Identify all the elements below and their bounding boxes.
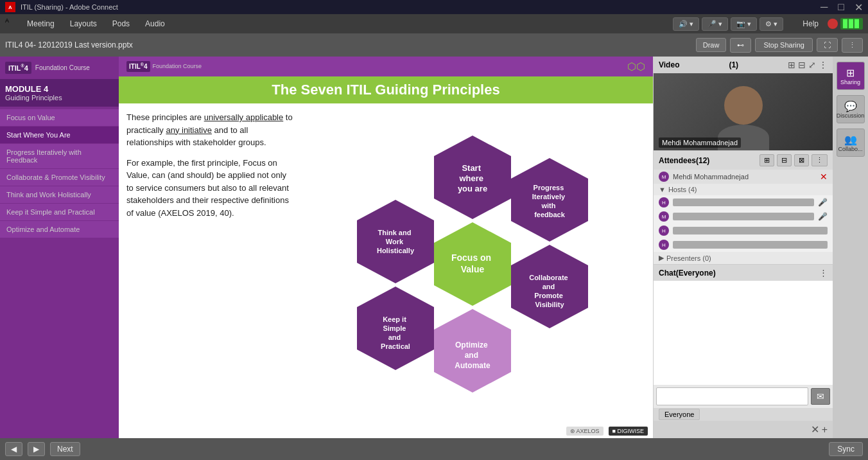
hex-diagram-container: Start where you are Progress Iteratively [331, 123, 614, 405]
attendees-section: Attendees (12) ⊞ ⊟ ⊠ ⋮ M Mehdi Mohammadn… [654, 151, 833, 265]
pointer-button[interactable]: ⊷ [730, 38, 751, 53]
close-btn[interactable]: ✕ [855, 1, 863, 13]
help-menu[interactable]: Help [796, 17, 825, 31]
chat-input[interactable] [656, 387, 808, 405]
nav-focus-on-value[interactable]: Focus on Value [0, 109, 119, 127]
nav-think-work[interactable]: Think and Work Holistically [0, 186, 119, 204]
right-panel-wrapper: Video (1) ⊞ ⊟ ⤢ ⋮ Mehdi Mohammadnejad [653, 57, 868, 438]
hosts-subheader[interactable]: ▼ Hosts (4) [654, 184, 833, 195]
maximize-btn[interactable]: □ [838, 1, 844, 13]
draw-button[interactable]: Draw [696, 38, 727, 52]
nav-collaborate[interactable]: Collaborate & Promote Visibility [0, 169, 119, 186]
sidebar-navigation: Focus on Value Start Where You Are Progr… [0, 107, 119, 241]
prev-button[interactable]: ◀ [5, 442, 22, 456]
slide-foundation-label: Foundation Course [153, 63, 202, 69]
slide-text-column: These principles are universally applica… [126, 111, 293, 416]
right-panel: Video (1) ⊞ ⊟ ⤢ ⋮ Mehdi Mohammadnejad [653, 57, 833, 438]
chat-send-button[interactable]: ✉ [811, 388, 830, 405]
video-grid-btn[interactable]: ⊞ [788, 60, 795, 70]
chat-header: Chat (Everyone) ⋮ [654, 265, 833, 281]
adobe-menu-logo: A [5, 17, 18, 30]
menu-bar: A Meeting Layouts Pods Audio 🔊 ▾ 🎤 ▾ 📷 ▾… [0, 14, 868, 33]
collaborate-label: Collabo... [838, 146, 862, 152]
stop-sharing-button[interactable]: Stop Sharing [755, 38, 813, 52]
mic-btn[interactable]: 🎤 ▾ [702, 17, 728, 31]
chat-recipient-selector[interactable]: Everyone [659, 409, 700, 420]
module-header: MODULE 4 Guiding Principles [0, 79, 119, 107]
video-person-face [724, 86, 763, 125]
side-icons-panel: ⊞ Sharing 💬 Discussion 👥 Collabo... [833, 57, 868, 438]
video-header: Video (1) ⊞ ⊟ ⤢ ⋮ [654, 57, 833, 73]
slide-diagram: Start where you are Progress Iteratively [300, 111, 645, 416]
collaborate-panel-btn[interactable]: 👥 Collabo... [837, 128, 865, 157]
record-indicator [828, 19, 838, 29]
attendees-controls: ⊞ ⊟ ⊠ ⋮ [759, 154, 828, 166]
slide-corner-icon: ⬡⬡ [627, 60, 645, 73]
slide-content: ITIL®4 Foundation Course ⬡⬡ The Seven IT… [119, 57, 653, 438]
slide-area: ITIL®4 Foundation Course ⬡⬡ The Seven IT… [119, 57, 653, 438]
remove-user-btn[interactable]: ✕ [820, 172, 828, 182]
attendees-label: Attendees [659, 156, 696, 165]
video-thumbnail: Mehdi Mohammadnejad [654, 73, 833, 150]
discussion-panel-btn[interactable]: 💬 Discussion [837, 95, 865, 123]
host-item-4: H ██████ ████████ [654, 238, 833, 252]
fullscreen-button[interactable]: ⛶ [817, 38, 838, 52]
video-expand-btn[interactable]: ⤢ [808, 60, 816, 70]
module-number: MODULE 4 [5, 84, 114, 94]
panel-action-close[interactable]: ✕ [811, 423, 819, 436]
host-4-name: ██████ ████████ [673, 241, 828, 249]
slide-itil-logo: ITIL®4 [126, 61, 150, 71]
nav-optimize[interactable]: Optimize and Automate [0, 221, 119, 238]
expand-icon: ▼ [659, 186, 666, 193]
app-title: ITIL (Sharing) - Adobe Connect [21, 3, 118, 11]
sharing-panel-btn[interactable]: ⊞ Sharing [837, 62, 865, 90]
bottom-bar: ◀ ▶ Next Sync [0, 438, 868, 460]
menu-pods[interactable]: Pods [106, 17, 136, 31]
video-list-btn[interactable]: ⊟ [798, 60, 806, 70]
nav-keep-simple[interactable]: Keep it Simple and Practical [0, 204, 119, 221]
panel-bottom-actions: ✕ + [654, 421, 833, 438]
toolbar: ITIL4 04- 12012019 Last version.pptx Dra… [0, 33, 868, 57]
video-options-btn[interactable]: ⋮ [819, 60, 828, 70]
attendees-grid-btn[interactable]: ⊟ [777, 154, 792, 166]
presenters-subheader[interactable]: ▶ Presenters (0) [654, 252, 833, 264]
minimize-btn[interactable]: ─ [820, 1, 828, 13]
more-btn[interactable]: ⚙ ▾ [759, 17, 783, 31]
mic-icon-2: 🎤 [818, 212, 828, 221]
host-2-avatar: M [659, 211, 669, 222]
slide-body: These principles are universally applica… [119, 103, 653, 424]
chat-audience: (Everyone) [676, 269, 716, 278]
sidebar-header: ITIL®4 Foundation Course [0, 57, 119, 79]
options-button[interactable]: ⋮ [842, 38, 863, 53]
current-user-item: M Mehdi Mohammadnejad ✕ [654, 170, 833, 184]
attendees-list-btn[interactable]: ⊞ [759, 154, 774, 166]
presenters-expand-icon: ▶ [659, 254, 664, 262]
host-3-name: ████ ██████████ [673, 227, 828, 234]
attendees-options-btn[interactable]: ⊠ [794, 154, 809, 166]
menu-layouts[interactable]: Layouts [64, 17, 103, 31]
attendees-menu-btn[interactable]: ⋮ [812, 154, 828, 166]
current-user-name: Mehdi Mohammadnejad [673, 173, 816, 181]
sidebar: ITIL®4 Foundation Course MODULE 4 Guidin… [0, 57, 119, 438]
next-arrow-button[interactable]: ▶ [28, 442, 45, 456]
chat-body [654, 281, 833, 385]
host-2-name: █████ ██████████████ [673, 213, 814, 220]
cam-btn[interactable]: 📷 ▾ [731, 17, 757, 31]
slide-title: The Seven ITIL Guiding Principles [119, 76, 653, 103]
menu-audio[interactable]: Audio [139, 17, 171, 31]
host-item-3: H ████ ██████████ [654, 224, 833, 238]
next-button[interactable]: Next [50, 442, 80, 456]
collaborate-icon: 👥 [844, 134, 857, 146]
digiwise-logo: ■ DIGIWISE [609, 427, 648, 436]
axelos-logo: ⊛ AXELOS [566, 427, 603, 436]
panel-action-add[interactable]: + [822, 424, 828, 436]
chat-options-btn[interactable]: ⋮ [819, 268, 828, 278]
video-section: Video (1) ⊞ ⊟ ⤢ ⋮ Mehdi Mohammadnejad [654, 57, 833, 151]
nav-progress-iteratively[interactable]: Progress Iteratively with Feedback [0, 144, 119, 169]
nav-start-where-you-are[interactable]: Start Where You Are [0, 127, 119, 144]
audio-btn[interactable]: 🔊 ▾ [673, 17, 699, 31]
host-3-avatar: H [659, 226, 669, 236]
sync-button[interactable]: Sync [829, 442, 863, 456]
slide-top-bar: ITIL®4 Foundation Course ⬡⬡ [119, 57, 653, 76]
menu-meeting[interactable]: Meeting [21, 17, 61, 31]
